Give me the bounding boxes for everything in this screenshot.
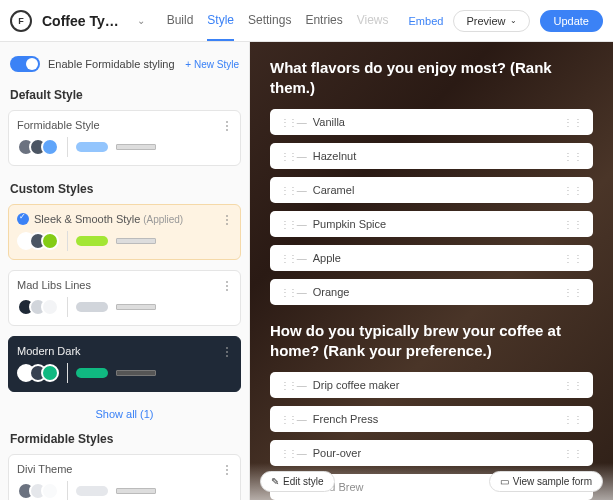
question-2: How do you typically brew your coffee at…	[270, 321, 593, 360]
rank-option[interactable]: ⋮⋮ —Orange⋮⋮	[270, 279, 593, 305]
style-card-madlibs[interactable]: Mad Libs Lines⋯	[8, 270, 241, 326]
drag-grip-icon[interactable]: ⋮⋮	[563, 185, 583, 196]
show-all-link[interactable]: Show all (1)	[8, 402, 241, 426]
drag-grip-icon[interactable]: ⋮⋮	[563, 219, 583, 230]
drag-handle-icon[interactable]: ⋮⋮ —	[280, 219, 305, 230]
embed-link[interactable]: Embed	[409, 15, 444, 27]
rank-option[interactable]: ⋮⋮ —French Press⋮⋮	[270, 406, 593, 432]
card-menu-icon[interactable]: ⋯	[221, 346, 233, 357]
card-title: Formidable Style	[17, 119, 221, 131]
form-title: Coffee Type Su…	[42, 13, 125, 29]
toggle-label: Enable Formidable styling	[48, 58, 177, 70]
pill-preview	[76, 302, 108, 312]
color-dot	[41, 482, 59, 500]
card-menu-icon[interactable]: ⋯	[221, 464, 233, 475]
style-card-formidable[interactable]: Formidable Style⋯	[8, 110, 241, 166]
option-label: Pour-over	[313, 447, 361, 459]
option-label: Orange	[313, 286, 350, 298]
input-preview	[116, 488, 156, 494]
drag-handle-icon[interactable]: ⋮⋮ —	[280, 287, 305, 298]
drag-grip-icon[interactable]: ⋮⋮	[563, 151, 583, 162]
input-preview	[116, 238, 156, 244]
view-sample-button[interactable]: ▭View sample form	[489, 471, 603, 492]
card-title: Sleek & Smooth Style (Applied)	[34, 213, 221, 225]
new-style-link[interactable]: + New Style	[185, 59, 239, 70]
rank-option[interactable]: ⋮⋮ —Drip coffee maker⋮⋮	[270, 372, 593, 398]
tab-views: Views	[357, 13, 389, 41]
tab-style[interactable]: Style	[207, 13, 234, 41]
rank-option[interactable]: ⋮⋮ —Pumpkin Spice⋮⋮	[270, 211, 593, 237]
card-preview-row	[17, 481, 232, 500]
option-label: Hazelnut	[313, 150, 356, 162]
rank-option[interactable]: ⋮⋮ —Caramel⋮⋮	[270, 177, 593, 203]
eye-icon: ▭	[500, 476, 509, 487]
pencil-icon: ✎	[271, 476, 279, 487]
style-card-modern[interactable]: Modern Dark⋯	[8, 336, 241, 392]
rank-option[interactable]: ⋮⋮ —Hazelnut⋮⋮	[270, 143, 593, 169]
card-menu-icon[interactable]: ⋯	[221, 280, 233, 291]
style-card-sleek[interactable]: Sleek & Smooth Style (Applied)⋯	[8, 204, 241, 260]
card-preview-row	[17, 137, 232, 157]
drag-grip-icon[interactable]: ⋮⋮	[563, 448, 583, 459]
pill-preview	[76, 236, 108, 246]
rank-option[interactable]: ⋮⋮ —Apple⋮⋮	[270, 245, 593, 271]
form-preview: What flavors do you enjoy most? (Rank th…	[250, 42, 613, 500]
section-custom-heading: Custom Styles	[8, 176, 241, 204]
drag-handle-icon[interactable]: ⋮⋮ —	[280, 380, 305, 391]
pill-preview	[76, 486, 108, 496]
card-title: Divi Theme	[17, 463, 221, 475]
card-preview-row	[17, 363, 232, 383]
card-menu-icon[interactable]: ⋯	[221, 120, 233, 131]
styling-toggle-row: Enable Formidable styling + New Style	[8, 50, 241, 82]
preview-button[interactable]: Preview⌄	[453, 10, 529, 32]
style-sidebar: Enable Formidable styling + New Style De…	[0, 42, 250, 500]
card-title: Mad Libs Lines	[17, 279, 221, 291]
tab-entries[interactable]: Entries	[305, 13, 342, 41]
card-preview-row	[17, 231, 232, 251]
color-dot	[41, 364, 59, 382]
app-logo-icon: F	[10, 10, 32, 32]
option-label: Apple	[313, 252, 341, 264]
tab-settings[interactable]: Settings	[248, 13, 291, 41]
option-label: Vanilla	[313, 116, 345, 128]
drag-grip-icon[interactable]: ⋮⋮	[563, 117, 583, 128]
drag-handle-icon[interactable]: ⋮⋮ —	[280, 151, 305, 162]
drag-handle-icon[interactable]: ⋮⋮ —	[280, 185, 305, 196]
nav-tabs: BuildStyleSettingsEntriesViews	[167, 13, 389, 28]
style-card-divi[interactable]: Divi Theme⋯	[8, 454, 241, 500]
drag-handle-icon[interactable]: ⋮⋮ —	[280, 253, 305, 264]
edit-style-button[interactable]: ✎Edit style	[260, 471, 335, 492]
input-preview	[116, 144, 156, 150]
rank-option[interactable]: ⋮⋮ —Vanilla⋮⋮	[270, 109, 593, 135]
section-formidable-heading: Formidable Styles	[8, 426, 241, 454]
input-preview	[116, 304, 156, 310]
section-default-heading: Default Style	[8, 82, 241, 110]
enable-styling-toggle[interactable]	[10, 56, 40, 72]
drag-grip-icon[interactable]: ⋮⋮	[563, 253, 583, 264]
color-dot	[41, 138, 59, 156]
color-dot	[41, 298, 59, 316]
chevron-down-icon: ⌄	[510, 16, 517, 25]
drag-grip-icon[interactable]: ⋮⋮	[563, 414, 583, 425]
applied-check-icon	[17, 213, 29, 225]
drag-handle-icon[interactable]: ⋮⋮ —	[280, 448, 305, 459]
top-bar: F Coffee Type Su… ⌄ BuildStyleSettingsEn…	[0, 0, 613, 42]
update-button[interactable]: Update	[540, 10, 603, 32]
drag-grip-icon[interactable]: ⋮⋮	[563, 287, 583, 298]
question-1: What flavors do you enjoy most? (Rank th…	[270, 58, 593, 97]
pill-preview	[76, 368, 108, 378]
card-preview-row	[17, 297, 232, 317]
tab-build[interactable]: Build	[167, 13, 194, 41]
input-preview	[116, 370, 156, 376]
drag-handle-icon[interactable]: ⋮⋮ —	[280, 414, 305, 425]
option-label: Drip coffee maker	[313, 379, 400, 391]
drag-grip-icon[interactable]: ⋮⋮	[563, 380, 583, 391]
color-dot	[41, 232, 59, 250]
chevron-down-icon[interactable]: ⌄	[137, 15, 145, 26]
drag-handle-icon[interactable]: ⋮⋮ —	[280, 117, 305, 128]
pill-preview	[76, 142, 108, 152]
option-label: Pumpkin Spice	[313, 218, 386, 230]
bottom-bar: ✎Edit style ▭View sample form	[250, 463, 613, 500]
option-label: French Press	[313, 413, 378, 425]
card-menu-icon[interactable]: ⋯	[221, 214, 233, 225]
